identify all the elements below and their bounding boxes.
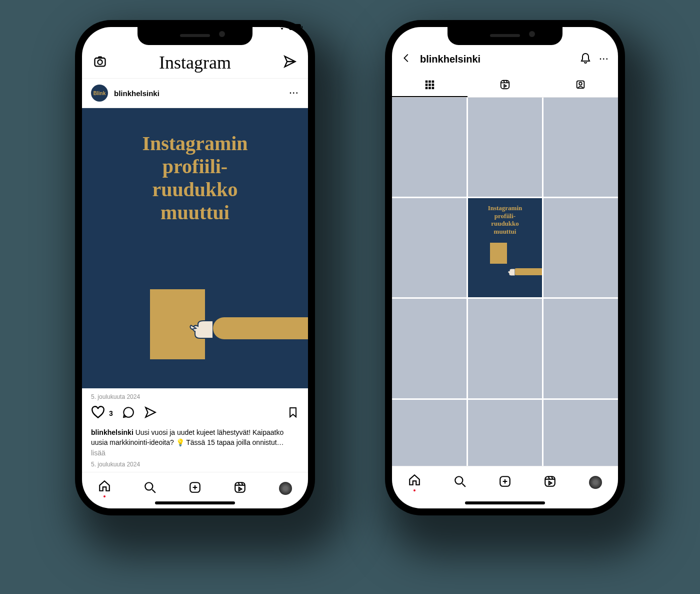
app-logo: Instagram: [159, 52, 231, 73]
nav-profile[interactable]: [589, 476, 602, 489]
svg-rect-5: [426, 81, 428, 83]
phone-feed: Instagram Blink blinkhelsinki ··· Instag…: [75, 20, 315, 515]
camera-icon[interactable]: [93, 55, 107, 71]
grid-tile[interactable]: [392, 98, 466, 197]
post-username[interactable]: blinkhelsinki: [114, 89, 160, 98]
nav-profile[interactable]: [279, 482, 292, 495]
grid-tile[interactable]: [544, 400, 618, 466]
status-bar: [278, 23, 301, 31]
grid-tile-text: Instagramin profiili- ruudukko muuttui: [488, 204, 522, 235]
grid-tile[interactable]: [392, 400, 466, 466]
svg-point-16: [579, 82, 582, 85]
svg-rect-10: [432, 84, 434, 86]
grid-tile[interactable]: [392, 299, 466, 398]
grid-tile[interactable]: [468, 400, 542, 466]
post-header[interactable]: Blink blinkhelsinki ···: [82, 78, 308, 108]
battery-icon: [289, 24, 301, 30]
home-indicator[interactable]: [465, 501, 545, 504]
bookmark-icon[interactable]: [287, 406, 299, 421]
grid-tile[interactable]: [392, 198, 466, 297]
post-actions: 3: [82, 403, 308, 423]
hand-icon: [189, 313, 213, 343]
profile-tabs: [392, 73, 618, 98]
post-image-text: Instagramin profiili- ruudukko muuttui: [82, 108, 308, 224]
profile-thumb-icon: [589, 476, 602, 489]
more-icon[interactable]: ···: [600, 55, 609, 64]
profile-grid: Instagramin profiili- ruudukko muuttui: [392, 98, 618, 466]
grid-tile[interactable]: [468, 299, 542, 398]
post-image-line: ruudukko: [82, 178, 308, 201]
comment-icon[interactable]: [122, 406, 135, 421]
hand-icon: [507, 266, 515, 277]
svg-rect-7: [432, 81, 434, 83]
home-indicator[interactable]: [155, 501, 235, 504]
phone-profile: blinkhelsinki ··· Instagramin profiili- …: [385, 20, 625, 515]
post-image-line: muuttui: [82, 201, 308, 224]
like-count: 3: [109, 409, 113, 417]
grid-tile-featured[interactable]: Instagramin profiili- ruudukko muuttui: [468, 198, 542, 297]
illustration-arm: [189, 313, 308, 343]
nav-reels[interactable]: [544, 475, 556, 490]
tab-grid[interactable]: [392, 73, 468, 97]
grid-tile[interactable]: [544, 98, 618, 197]
nav-add[interactable]: [498, 475, 512, 490]
grid-text-line: profiili-: [488, 212, 522, 220]
svg-rect-14: [501, 81, 510, 89]
profile-thumb-icon: [279, 482, 292, 495]
nav-home[interactable]: [98, 479, 111, 497]
illustration-arm: [513, 268, 542, 275]
nav-home[interactable]: [408, 473, 421, 491]
nav-add[interactable]: [188, 481, 202, 496]
bell-icon[interactable]: [580, 52, 592, 66]
share-icon[interactable]: [144, 406, 157, 421]
post-image[interactable]: Instagramin profiili- ruudukko muuttui: [82, 108, 308, 388]
grid-text-line: Instagramin: [488, 204, 522, 212]
grid-tile[interactable]: [468, 98, 542, 197]
post-image-line: Instagramin: [82, 132, 308, 155]
caption-more[interactable]: lisää: [91, 449, 106, 457]
nav-search[interactable]: [144, 481, 156, 496]
tab-tagged[interactable]: [542, 73, 618, 97]
back-icon[interactable]: [401, 53, 412, 66]
post-date-2: 5. joulukuuta 2024: [82, 459, 308, 472]
svg-rect-19: [546, 476, 556, 486]
tab-reels[interactable]: [468, 73, 543, 97]
svg-rect-6: [428, 81, 431, 83]
nav-reels[interactable]: [234, 481, 246, 496]
illustration-box: [490, 243, 507, 264]
post-image-line: profiili-: [82, 155, 308, 178]
svg-rect-11: [426, 87, 428, 90]
phone-notch: [448, 27, 562, 45]
profile-username[interactable]: blinkhelsinki: [420, 54, 480, 65]
phone-notch: [138, 27, 252, 45]
svg-point-1: [98, 60, 102, 65]
svg-rect-8: [426, 84, 428, 86]
svg-rect-13: [432, 87, 434, 90]
grid-text-line: ruudukko: [488, 220, 522, 228]
post-caption[interactable]: blinkhelsinki Uusi vuosi ja uudet kujeet…: [82, 423, 308, 459]
svg-point-2: [145, 482, 152, 490]
svg-rect-4: [236, 482, 246, 492]
grid-text-line: muuttui: [488, 228, 522, 236]
avatar[interactable]: Blink: [91, 85, 108, 102]
svg-rect-12: [428, 87, 431, 90]
wifi-icon: [278, 23, 286, 31]
svg-point-17: [455, 476, 462, 484]
grid-tile[interactable]: [544, 299, 618, 398]
grid-tile[interactable]: [544, 198, 618, 297]
svg-rect-9: [428, 84, 431, 86]
nav-search[interactable]: [454, 475, 466, 490]
more-icon[interactable]: ···: [290, 89, 299, 98]
send-icon[interactable]: [283, 55, 297, 71]
post-date: 5. joulukuuta 2024: [82, 388, 308, 403]
caption-username[interactable]: blinkhelsinki: [91, 428, 134, 436]
heart-icon[interactable]: [91, 405, 105, 421]
